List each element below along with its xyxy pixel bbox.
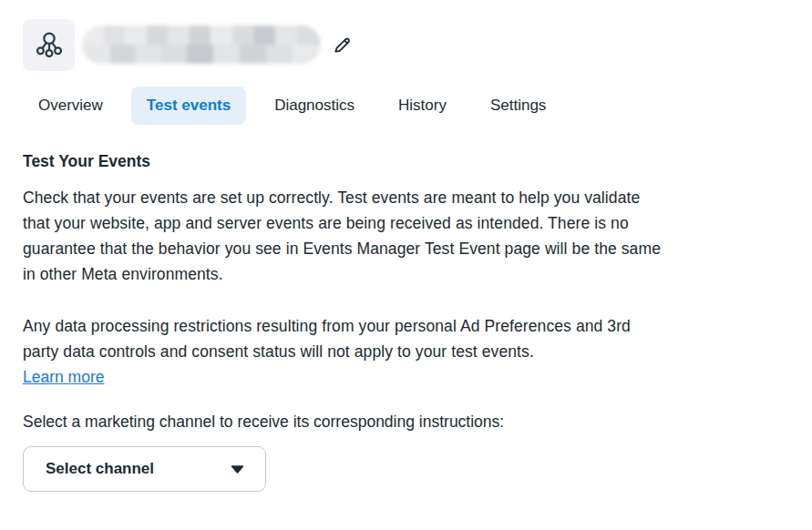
events-manager-test-events-page: Overview Test events Diagnostics History… — [0, 0, 812, 530]
paragraph-line: Any data processing restrictions resulti… — [23, 313, 789, 339]
tab-test-events[interactable]: Test events — [131, 87, 246, 125]
test-events-content: Test Your Events Check that your events … — [23, 152, 789, 492]
channel-select-label: Select a marketing channel to receive it… — [23, 409, 789, 434]
tab-diagnostics[interactable]: Diagnostics — [259, 87, 370, 125]
paragraph-line: party data controls and consent status w… — [23, 339, 789, 364]
learn-more-link[interactable]: Learn more — [23, 364, 105, 390]
tab-overview[interactable]: Overview — [23, 87, 118, 125]
dataset-name-redacted — [82, 25, 321, 64]
dataset-header — [23, 18, 789, 71]
pencil-icon — [332, 35, 353, 56]
tab-bar: Overview Test events Diagnostics History… — [23, 87, 789, 125]
restrictions-paragraph: Any data processing restrictions resulti… — [23, 313, 789, 390]
caret-down-icon — [231, 465, 244, 474]
hierarchy-icon — [34, 29, 65, 60]
dataset-icon-box — [23, 19, 75, 71]
edit-dataset-name-button[interactable] — [332, 35, 353, 56]
paragraph-line: that your website, app and server events… — [23, 210, 789, 236]
dropdown-selected-value: Select channel — [46, 460, 154, 478]
intro-paragraph: Check that your events are set up correc… — [23, 185, 789, 287]
tab-settings[interactable]: Settings — [475, 87, 561, 125]
page-title: Test Your Events — [23, 152, 789, 171]
paragraph-line: in other Meta environments. — [23, 261, 789, 287]
paragraph-line: guarantee that the behavior you see in E… — [23, 236, 789, 261]
paragraph-line: Check that your events are set up correc… — [23, 185, 789, 210]
select-channel-dropdown[interactable]: Select channel — [23, 446, 266, 492]
tab-history[interactable]: History — [383, 87, 462, 125]
